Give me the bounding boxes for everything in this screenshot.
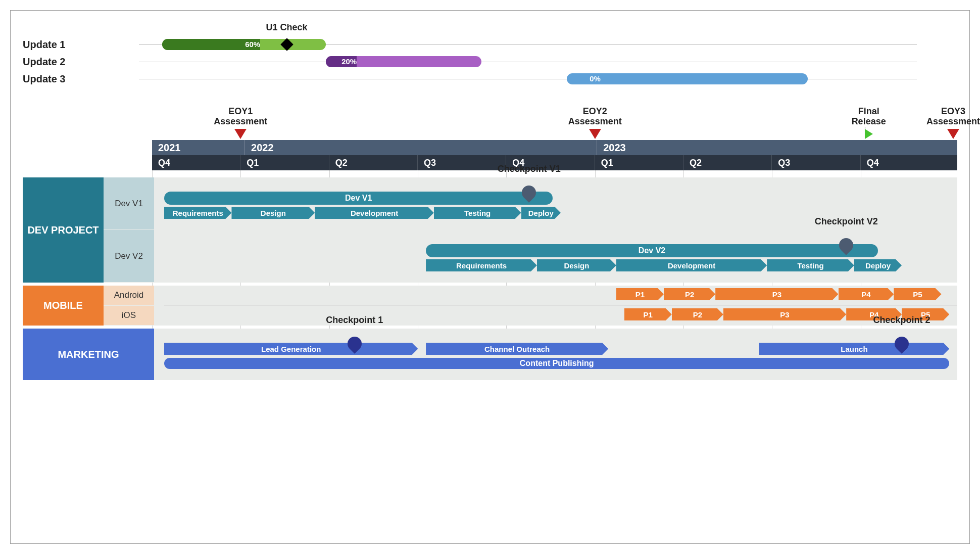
task-bar: P3 <box>715 288 838 300</box>
task-bar: Deploy <box>854 259 902 271</box>
task-bar: Development <box>616 259 767 271</box>
task-bar: P1 <box>624 308 672 320</box>
marker-label: Assessment <box>926 116 980 127</box>
quarter-cell: Q2 <box>329 155 418 170</box>
red-triangle-icon <box>947 129 959 139</box>
task-bar: Deploy <box>521 207 561 219</box>
lane-marketing: MARKETING Checkpoint 1Checkpoint 2Lead G… <box>23 329 957 380</box>
lane-mobile: MOBILE AndroidiOS P1P2P3P4P5P1P2P3P4P5 <box>23 286 957 326</box>
progress-percent: 20% <box>326 56 361 67</box>
flag-icon <box>865 129 873 139</box>
marker-label: Final <box>858 106 879 117</box>
checkpoint-label: Checkpoint 1 <box>326 315 383 326</box>
subgroup-label: Dev V1 <box>104 177 154 230</box>
update-label: Update 1 <box>23 39 139 51</box>
lane-header-mobile: MOBILE <box>23 286 104 326</box>
year-cell: 2021 <box>152 140 245 155</box>
timeline-marker: EOY3Assessment <box>926 106 980 139</box>
checkpoint-label: Checkpoint 2 <box>873 315 930 326</box>
subgroup-label: Dev V2 <box>104 230 154 283</box>
lane-dev-project: DEV PROJECT Dev V1Dev V2 Checkpoint V1De… <box>23 177 957 283</box>
summary-bar: Dev V1 <box>164 192 553 205</box>
task-bar: Channel Outreach <box>426 343 608 355</box>
progress-percent: 60% <box>162 39 264 50</box>
quarter-cell: Q1 <box>240 155 329 170</box>
task-bar: Lead Generation <box>164 343 418 355</box>
progress-percent: 0% <box>567 73 605 84</box>
checkpoint-label: Checkpoint V2 <box>815 216 878 227</box>
quarter-cell: Q1 <box>595 155 683 170</box>
timeline-marker: EOY2Assessment <box>568 106 622 139</box>
marker-label: Assessment <box>568 116 622 127</box>
milestone-label: U1 Check <box>266 22 308 33</box>
marker-label: Assessment <box>214 116 267 127</box>
task-bar: P1 <box>616 288 664 300</box>
subgroup-label: Android <box>104 286 154 306</box>
task-bar: Testing <box>767 259 854 271</box>
task-bar: Testing <box>434 207 521 219</box>
progress-bar: 60% <box>162 39 325 50</box>
quarter-cell: Q4 <box>152 155 240 170</box>
quarter-cell: Q2 <box>683 155 772 170</box>
task-bar: Requirements <box>164 207 231 219</box>
task-bar: Requirements <box>426 259 537 271</box>
red-triangle-icon <box>234 129 247 139</box>
marker-label: Release <box>852 116 886 127</box>
quarter-cell: Q4 <box>861 155 957 170</box>
task-bar: P4 <box>839 288 894 300</box>
subgroup-label: iOS <box>104 306 154 326</box>
task-bar: Launch <box>759 343 950 355</box>
task-bar: P2 <box>664 288 715 300</box>
update-row: Update 160%U1 Check <box>23 36 957 53</box>
year-cell: 2023 <box>597 140 957 155</box>
quarter-cell: Q3 <box>772 155 860 170</box>
lane-header-marketing: MARKETING <box>23 329 154 380</box>
marker-label: EOY1 <box>228 106 253 117</box>
task-bar: Development <box>315 207 434 219</box>
marker-label: EOY3 <box>941 106 965 117</box>
task-bar: P5 <box>894 288 941 300</box>
timeline-marker: EOY1Assessment <box>214 106 267 139</box>
year-cell: 2022 <box>245 140 597 155</box>
update-label: Update 2 <box>23 56 139 68</box>
gantt-chart: Update 160%U1 CheckUpdate 220%Update 30%… <box>10 10 970 544</box>
quarter-cell: Q3 <box>418 155 506 170</box>
task-bar: Design <box>537 259 616 271</box>
update-row: Update 220% <box>23 53 957 70</box>
timeline-marker: FinalRelease <box>852 106 886 139</box>
marker-label: EOY2 <box>583 106 607 117</box>
progress-bar: 20% <box>326 56 481 67</box>
summary-bar: Content Publishing <box>164 358 949 369</box>
task-bar: P3 <box>723 308 846 320</box>
red-triangle-icon <box>589 129 601 139</box>
progress-bar: 0% <box>567 73 808 84</box>
lane-header-dev: DEV PROJECT <box>23 177 104 283</box>
update-row: Update 30% <box>23 70 957 87</box>
summary-bar: Dev V2 <box>426 244 878 257</box>
update-label: Update 3 <box>23 73 139 85</box>
task-bar: P2 <box>672 308 723 320</box>
task-bar: Design <box>231 207 315 219</box>
checkpoint-label: Checkpoint V1 <box>498 164 561 174</box>
